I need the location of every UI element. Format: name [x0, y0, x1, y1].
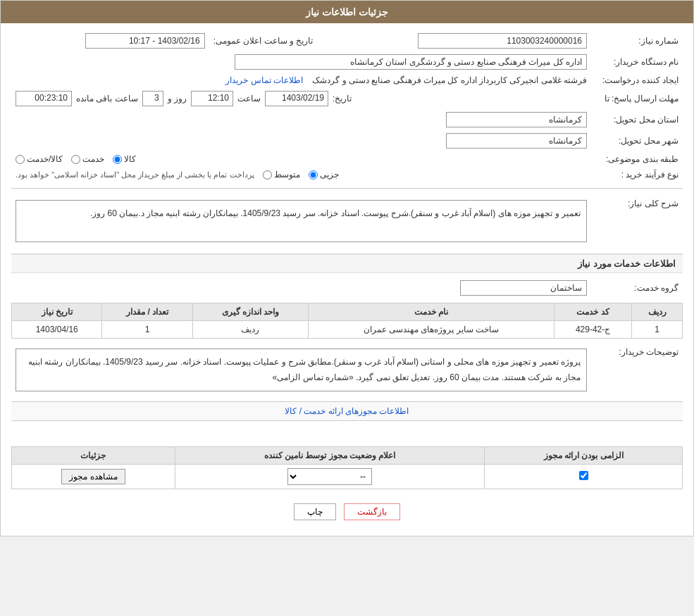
main-content: شماره نیاز: 1103003240000016 تاریخ و ساع…: [1, 23, 693, 536]
buyer-desc-value: پروژه تعمیر و تجهیز موزه های محلی و استا…: [11, 343, 591, 397]
buyer-desc-box: پروژه تعمیر و تجهیز موزه های محلی و استا…: [16, 348, 587, 391]
separator-1: [11, 188, 683, 189]
view-permit-button[interactable]: مشاهده مجوز: [61, 469, 125, 484]
table-row: 1ج-42-429ساخت سایر پروژه‌های مهندسی عمرا…: [12, 321, 683, 339]
buyer-desc-label: توضیحات خریدار:: [591, 343, 683, 397]
radio-kala-khedmat-input[interactable]: [16, 155, 25, 164]
back-button[interactable]: بازگشت: [344, 503, 400, 520]
services-section-title: اطلاعات خدمات مورد نیاز: [11, 253, 683, 273]
purchase-type-label: نوع فرآیند خرید :: [591, 167, 683, 182]
th-row: ردیف: [632, 303, 683, 321]
th-date: تاریخ نیاز: [12, 303, 102, 321]
service-group-input: ساختمان: [460, 280, 587, 296]
list-item: --مشاهده مجوز: [12, 465, 683, 489]
deadline-days-input: 3: [142, 91, 163, 106]
buyer-org-label: نام دستگاه خریدار:: [591, 51, 683, 73]
city-input: کرمانشاه: [446, 133, 587, 149]
deadline-days-label: روز و: [168, 94, 187, 103]
deadline-time-input: 12:10: [191, 91, 233, 106]
need-desc-table: شرح کلی نیاز: تعمیر و تجهیز موزه های (اس…: [11, 194, 683, 248]
mandatory-checkbox[interactable]: [579, 471, 588, 480]
radio-motawaset-input[interactable]: [263, 170, 272, 180]
th-status: اعلام وضعیت مجوز توسط نامین کننده: [175, 447, 485, 465]
announce-input: 1403/02/16 - 10:17: [85, 33, 205, 49]
category-label: طبقه بندی موضوعی:: [591, 151, 683, 167]
deadline-date-input: 1403/02/19: [265, 91, 328, 106]
purchase-notice: پرداخت تمام یا بخشی از مبلغ خریداز محل "…: [16, 170, 254, 180]
deadline-time-label: ساعت: [237, 94, 261, 103]
permits-section-link-row: اطلاعات مجوزهای ارائه خدمت / کالا: [11, 401, 683, 421]
th-qty: تعداد / مقدار: [102, 303, 192, 321]
announce-label: تاریخ و ساعت اعلان عمومی:: [209, 30, 318, 51]
radio-motawaset-label: متوسط: [274, 170, 300, 180]
buyer-org-value: اداره کل میراث فرهنگی صنایع دستی و گردشگ…: [11, 51, 591, 73]
permissions-table: الزامی بودن ارائه مجوز اعلام وضعیت مجوز …: [11, 446, 683, 489]
print-button[interactable]: چاپ: [294, 503, 336, 520]
city-value: کرمانشاه: [11, 130, 591, 151]
spacer: [11, 425, 683, 446]
page-title: جزئیات اطلاعات نیاز: [306, 6, 388, 18]
permits-section-link[interactable]: اطلاعات مجوزهای ارائه خدمت / کالا: [285, 406, 409, 416]
province-label: استان محل تحویل:: [591, 109, 683, 130]
buyer-org-input: اداره کل میراث فرهنگی صنایع دستی و گردشگ…: [235, 54, 587, 70]
deadline-row: 00:23:10 ساعت باقی مانده 3 روز و 12:10 س…: [11, 88, 591, 109]
deadline-remaining-input: 00:23:10: [16, 91, 72, 106]
service-group-label: گروه خدمت:: [591, 277, 683, 298]
radio-kala[interactable]: کالا: [113, 154, 136, 164]
creator-contact-link[interactable]: اطلاعات تماس خریدار: [225, 75, 303, 85]
category-radio-group: کالا/خدمت خدمت کالا: [11, 151, 591, 167]
radio-kala-label: کالا: [124, 154, 136, 164]
radio-jozii-label: جزیی: [320, 170, 339, 180]
services-table: ردیف کد خدمت نام خدمت واحد اندازه گیری ت…: [11, 303, 683, 339]
page-header: جزئیات اطلاعات نیاز: [1, 1, 693, 23]
service-group-value: ساختمان: [11, 277, 591, 298]
radio-motawaset[interactable]: متوسط: [263, 170, 300, 180]
bottom-buttons: بازگشت چاپ: [11, 495, 683, 529]
th-code: کد خدمت: [554, 303, 632, 321]
creator-text: فرشته غلامی انجیرکی کاربرداز اداره کل می…: [312, 75, 587, 85]
purchase-type-row: پرداخت تمام یا بخشی از مبلغ خریداز محل "…: [11, 167, 591, 182]
page-wrapper: جزئیات اطلاعات نیاز شماره نیاز: 11030032…: [0, 0, 694, 536]
th-mandatory: الزامی بودن ارائه مجوز: [485, 447, 683, 465]
need-desc-box: تعمیر و تجهیز موزه های (اسلام آباد غرب و…: [16, 200, 587, 242]
province-input: کرمانشاه: [446, 112, 587, 127]
deadline-label2: تاریخ:: [333, 94, 352, 103]
radio-khedmat[interactable]: خدمت: [71, 154, 104, 164]
info-table: شماره نیاز: 1103003240000016 تاریخ و ساع…: [11, 30, 683, 182]
province-value: کرمانشاه: [11, 109, 591, 130]
radio-khedmat-input[interactable]: [71, 155, 80, 164]
deadline-label: مهلت ارسال پاسخ: تا: [591, 88, 683, 109]
need-desc-label: شرح کلی نیاز:: [591, 194, 683, 248]
buyer-desc-table: توضیحات خریدار: پروژه تعمیر و تجهیز موزه…: [11, 343, 683, 397]
need-number-input: 1103003240000016: [418, 33, 587, 49]
radio-kala-khedmat-label: کالا/خدمت: [27, 154, 63, 164]
creator-label: ایجاد کننده درخواست:: [591, 73, 683, 88]
th-unit: واحد اندازه گیری: [192, 303, 308, 321]
th-details: جزئیات: [12, 447, 175, 465]
radio-kala-khedmat[interactable]: کالا/خدمت: [16, 154, 63, 164]
deadline-remaining-label: ساعت باقی مانده: [76, 94, 138, 103]
radio-kala-input[interactable]: [113, 155, 122, 164]
need-number-value: 1103003240000016: [317, 30, 591, 51]
radio-jozii-input[interactable]: [309, 170, 318, 180]
th-name: نام خدمت: [309, 303, 554, 321]
radio-khedmat-label: خدمت: [82, 154, 104, 164]
city-label: شهر محل تحویل:: [591, 130, 683, 151]
service-group-table: گروه خدمت: ساختمان: [11, 277, 683, 298]
status-select[interactable]: --: [287, 468, 372, 485]
announce-value: 1403/02/16 - 10:17: [11, 30, 209, 51]
radio-jozii[interactable]: جزیی: [309, 170, 339, 180]
creator-value: فرشته غلامی انجیرکی کاربرداز اداره کل می…: [11, 73, 591, 88]
need-number-label: شماره نیاز:: [591, 30, 683, 51]
need-desc-value: تعمیر و تجهیز موزه های (اسلام آباد غرب و…: [11, 194, 591, 248]
